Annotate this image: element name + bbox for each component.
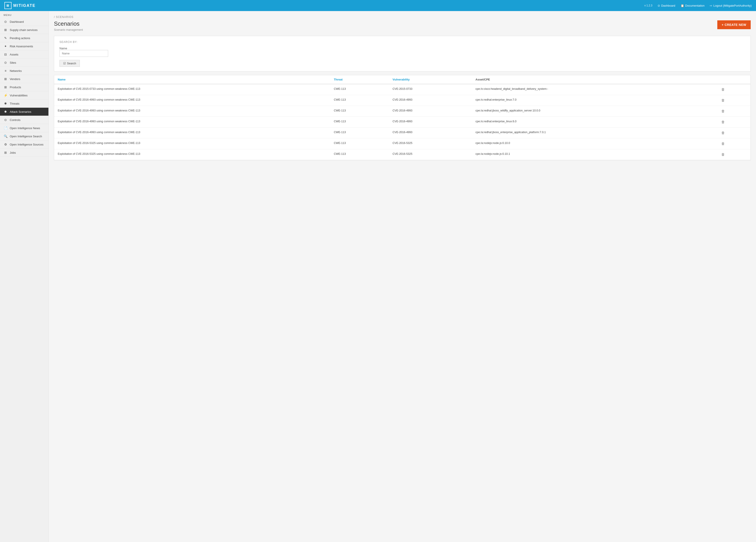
row-5-name: Exploitation of CVE-2016-5325 using comm… (54, 138, 330, 149)
row-3-asset-cpe: cpe:/o:redhat:enterprise_linux:6.0 (472, 117, 718, 128)
sidebar-item-supply-chain[interactable]: ⊞ Supply chain services (0, 26, 48, 34)
row-5-delete[interactable]: 🗑 (718, 138, 750, 149)
sidebar-label-risk-assessments: Risk Assessments (10, 45, 33, 48)
row-5-asset-cpe: cpe:/a:nodejs:node.js:0.10.0 (472, 138, 718, 149)
search-button[interactable]: ☑ Search (59, 60, 80, 67)
sidebar-item-jobs[interactable]: ⊞ Jobs (0, 149, 48, 157)
sidebar-item-networks[interactable]: ≡ Networks (0, 67, 48, 75)
sidebar-icon-sites: ⊙ (4, 61, 8, 64)
row-5-threat: CWE-113 (330, 138, 389, 149)
sidebar-icon-oi-sources: ⚙ (4, 143, 8, 146)
search-by-label: SEARCH BY: (59, 40, 745, 44)
row-2-delete[interactable]: 🗑 (718, 106, 750, 117)
logout-nav-icon: ⇨ (710, 4, 712, 7)
sidebar-item-threats[interactable]: ✱ Threats (0, 100, 48, 108)
col-header-name: Name (54, 75, 330, 84)
sidebar-item-pending-actions[interactable]: ✎ Pending actions (0, 34, 48, 42)
table-row: Exploitation of CVE-2016-4993 using comm… (54, 95, 750, 106)
version-label: v 1.2.3 (644, 4, 652, 7)
sidebar-label-attack-scenarios: Attack Scenarios (10, 110, 31, 113)
row-2-name: Exploitation of CVE-2016-4993 using comm… (54, 106, 330, 117)
row-5-vulnerability: CVE-2016-5325 (389, 138, 472, 149)
delete-icon-1[interactable]: 🗑 (721, 98, 725, 102)
delete-icon-2[interactable]: 🗑 (721, 109, 725, 113)
delete-icon-6[interactable]: 🗑 (721, 153, 725, 156)
breadcrumb: / SCENARIOS (54, 15, 751, 19)
sidebar-label-oi-search: Open Intelligence Search (10, 135, 42, 138)
sidebar-item-risk-assessments[interactable]: ✦ Risk Assessments (0, 42, 48, 50)
sidebar-item-attack-scenarios[interactable]: ✱ Attack Scenarios (0, 108, 48, 116)
row-1-delete[interactable]: 🗑 (718, 95, 750, 106)
sidebar-label-networks: Networks (10, 69, 22, 73)
sidebar-label-pending-actions: Pending actions (10, 36, 30, 40)
row-1-vulnerability: CVE-2016-4993 (389, 95, 472, 106)
app-logo[interactable]: ⊞ MITIGATE (4, 2, 36, 9)
col-header-threat: Threat (330, 75, 389, 84)
delete-icon-0[interactable]: 🗑 (721, 88, 725, 91)
sidebar-label-controls: Controls (10, 118, 20, 122)
sidebar-icon-products: ⊞ (4, 85, 8, 89)
page-title-group: Scenarios Scenario management (54, 20, 83, 31)
sidebar-label-vulnerabilities: Vulnerabilities (10, 94, 27, 97)
sidebar: MENU ⊙ Dashboard ⊞ Supply chain services… (0, 11, 49, 542)
sidebar-label-oi-news: Open Intelligence News (10, 126, 40, 130)
sidebar-items: ⊙ Dashboard ⊞ Supply chain services ✎ Pe… (0, 18, 48, 157)
sidebar-item-assets[interactable]: ⊟ Assets (0, 50, 48, 59)
sidebar-item-oi-search[interactable]: 🔍 Open Intelligence Search (0, 132, 48, 140)
col-header-asset_cpe: Asset/CPE (472, 75, 718, 84)
row-0-vulnerability: CVE-2015-0733 (389, 84, 472, 95)
row-0-delete[interactable]: 🗑 (718, 84, 750, 95)
search-input[interactable] (59, 50, 108, 57)
sidebar-label-sites: Sites (10, 61, 16, 64)
page-title: Scenarios (54, 20, 83, 27)
row-4-delete[interactable]: 🗑 (718, 128, 750, 138)
sidebar-item-vulnerabilities[interactable]: ⚡ Vulnerabilities (0, 91, 48, 100)
sidebar-section-label: MENU (0, 11, 48, 18)
sidebar-icon-oi-search: 🔍 (4, 134, 8, 138)
sidebar-icon-networks: ≡ (4, 69, 8, 73)
table-head: NameThreatVulnerabilityAsset/CPE (54, 75, 750, 84)
sidebar-item-controls[interactable]: ⊙ Controls (0, 116, 48, 124)
delete-icon-3[interactable]: 🗑 (721, 120, 725, 124)
app-name: MITIGATE (13, 3, 36, 8)
row-1-asset-cpe: cpe:/o:redhat:enterprise_linux:7.0 (472, 95, 718, 106)
sidebar-item-sites[interactable]: ⊙ Sites (0, 59, 48, 67)
row-6-delete[interactable]: 🗑 (718, 149, 750, 160)
row-3-threat: CWE-113 (330, 117, 389, 128)
delete-icon-5[interactable]: 🗑 (721, 142, 725, 146)
top-nav: ⊞ MITIGATE v 1.2.3 ⊙ Dashboard 📋 Documen… (0, 0, 756, 11)
row-4-vulnerability: CVE-2016-4993 (389, 128, 472, 138)
sidebar-item-products[interactable]: ⊞ Products (0, 83, 48, 91)
documentation-nav-link[interactable]: 📋 Documentation (681, 4, 704, 7)
sidebar-item-dashboard[interactable]: ⊙ Dashboard (0, 18, 48, 26)
sidebar-item-vendors[interactable]: ⊞ Vendors (0, 75, 48, 83)
create-new-button[interactable]: + CREATE NEW (717, 20, 751, 29)
row-6-asset-cpe: cpe:/a:nodejs:node.js:0.10.1 (472, 149, 718, 160)
table-card: NameThreatVulnerabilityAsset/CPE Exploit… (54, 75, 751, 160)
logout-nav-link[interactable]: ⇨ Logout (MitigatePortAuthority) (710, 4, 752, 7)
sidebar-item-oi-news[interactable]: 📄 Open Intelligence News (0, 124, 48, 132)
sidebar-icon-dashboard: ⊙ (4, 20, 8, 23)
sidebar-icon-controls: ⊙ (4, 118, 8, 122)
sidebar-icon-pending-actions: ✎ (4, 36, 8, 40)
row-3-delete[interactable]: 🗑 (718, 117, 750, 128)
row-3-name: Exploitation of CVE-2016-4993 using comm… (54, 117, 330, 128)
row-6-threat: CWE-113 (330, 149, 389, 160)
row-0-name: Exploitation of CVE-2015-0733 using comm… (54, 84, 330, 95)
sidebar-label-threats: Threats (10, 102, 19, 105)
sidebar-label-oi-sources: Open Intelligence Sources (10, 143, 43, 146)
page-header: Scenarios Scenario management + CREATE N… (54, 20, 751, 31)
dashboard-nav-link[interactable]: ⊙ Dashboard (658, 4, 675, 7)
search-card: SEARCH BY: Name ☑ Search (54, 36, 751, 71)
sidebar-label-jobs: Jobs (10, 151, 16, 154)
sidebar-icon-oi-news: 📄 (4, 126, 8, 130)
row-4-threat: CWE-113 (330, 128, 389, 138)
row-0-asset-cpe: cpe:/o:cisco:headend_digital_broadband_d… (472, 84, 718, 95)
delete-icon-4[interactable]: 🗑 (721, 131, 725, 135)
sidebar-icon-vendors: ⊞ (4, 77, 8, 81)
row-2-threat: CWE-113 (330, 106, 389, 117)
row-4-name: Exploitation of CVE-2016-4993 using comm… (54, 128, 330, 138)
row-2-asset-cpe: cpe:/a:redhat:jboss_wildfly_application_… (472, 106, 718, 117)
sidebar-item-oi-sources[interactable]: ⚙ Open Intelligence Sources (0, 140, 48, 149)
table-row: Exploitation of CVE-2015-0733 using comm… (54, 84, 750, 95)
